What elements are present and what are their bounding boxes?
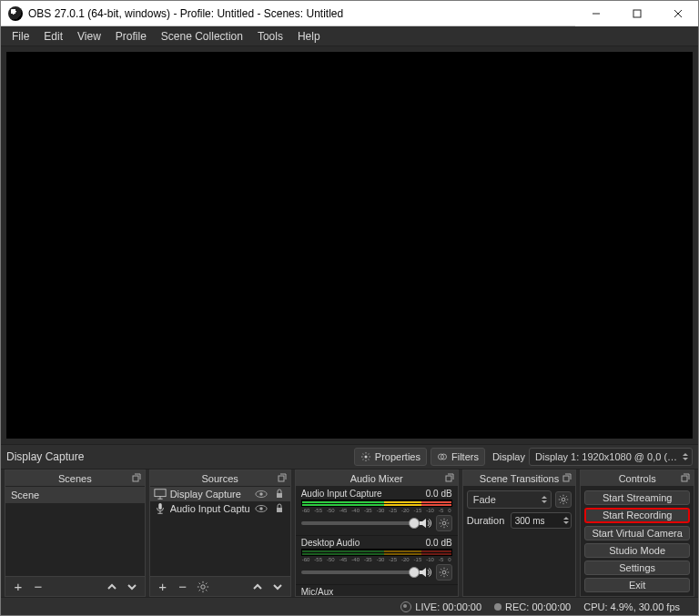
- sources-title-text: Sources: [201, 473, 238, 484]
- scene-item[interactable]: Scene: [5, 487, 145, 503]
- controls-title-text: Controls: [619, 473, 656, 484]
- audio-mixer-panel: Audio Mixer Audio Input Capture 0.0 dB -…: [295, 470, 459, 597]
- sources-footer: + −: [150, 576, 290, 596]
- preview-canvas[interactable]: [6, 52, 693, 439]
- channel-settings-button[interactable]: [436, 515, 452, 531]
- source-down-button[interactable]: [268, 579, 287, 595]
- menu-view[interactable]: View: [70, 28, 108, 45]
- menu-help[interactable]: Help: [290, 28, 328, 45]
- scenes-footer: + −: [5, 576, 145, 596]
- scenes-title-text: Scenes: [58, 473, 92, 484]
- vu-meter: [301, 500, 452, 507]
- svg-rect-7: [133, 476, 138, 481]
- rec-text: REC: 00:00:00: [505, 601, 571, 612]
- filters-button[interactable]: Filters: [431, 448, 485, 466]
- svg-rect-22: [446, 476, 451, 481]
- svg-rect-27: [682, 476, 687, 481]
- source-item[interactable]: Audio Input Captu: [150, 501, 290, 516]
- svg-point-23: [442, 521, 446, 525]
- svg-rect-15: [158, 503, 162, 510]
- studio-mode-button[interactable]: Studio Mode: [584, 543, 690, 558]
- controls-body: Start Streaming Start Recording Start Vi…: [581, 487, 694, 596]
- exit-button[interactable]: Exit: [584, 578, 690, 592]
- lock-toggle[interactable]: [272, 503, 287, 514]
- docks-row: Scenes Scene + − Sources: [1, 470, 698, 597]
- transitions-popout-icon[interactable]: [560, 472, 572, 485]
- properties-button[interactable]: Properties: [354, 448, 427, 466]
- start-streaming-button[interactable]: Start Streaming: [584, 490, 690, 505]
- transition-select[interactable]: Fade: [467, 490, 552, 509]
- mixer-channel: Audio Input Capture 0.0 dB -60-55-50-45-…: [296, 487, 458, 536]
- channel-settings-button[interactable]: [436, 564, 452, 581]
- scene-up-button[interactable]: [103, 579, 121, 595]
- duration-value: 300 ms: [515, 516, 561, 526]
- spin-icon: [542, 496, 547, 503]
- app-window: OBS 27.0.1 (64-bit, windows) - Profile: …: [0, 0, 699, 616]
- mixer-body: Audio Input Capture 0.0 dB -60-55-50-45-…: [296, 487, 458, 596]
- close-button[interactable]: [657, 1, 698, 26]
- source-name: Display Capture: [170, 489, 250, 500]
- menu-scene-collection[interactable]: Scene Collection: [154, 28, 250, 45]
- transition-settings-button[interactable]: [555, 491, 572, 508]
- mic-icon: [154, 502, 167, 515]
- visibility-toggle[interactable]: [254, 502, 268, 515]
- mixer-channel: Desktop Audio 0.0 dB -60-55-50-45-40-35-…: [296, 536, 458, 585]
- lock-toggle[interactable]: [272, 489, 287, 500]
- svg-point-26: [562, 498, 565, 501]
- duration-input[interactable]: 300 ms: [511, 512, 572, 529]
- display-select[interactable]: Display 1: 1920x1080 @ 0,0 (Prima: [529, 448, 693, 466]
- svg-rect-25: [563, 476, 569, 481]
- selected-source-label: Display Capture: [6, 450, 84, 463]
- monitor-icon: [154, 488, 167, 500]
- visibility-toggle[interactable]: [254, 488, 268, 500]
- add-scene-button[interactable]: +: [9, 579, 27, 595]
- speaker-icon[interactable]: [418, 565, 432, 580]
- sources-panel: Sources Display Capture Audio Input Capt…: [149, 470, 291, 597]
- display-select-value: Display 1: 1920x1080 @ 0,0 (Prima: [535, 451, 679, 462]
- transitions-body: Fade Duration 300 ms: [463, 487, 576, 596]
- speaker-icon[interactable]: [418, 516, 432, 530]
- maximize-button[interactable]: [616, 1, 657, 26]
- rec-status: REC: 00:00:00: [494, 601, 571, 612]
- record-dot-icon: [494, 603, 501, 611]
- cpu-status: CPU: 4.9%, 30.00 fps: [583, 601, 680, 612]
- remove-source-button[interactable]: −: [174, 579, 192, 595]
- svg-point-13: [259, 492, 263, 496]
- channel-db: 0.0 dB: [426, 489, 452, 499]
- menu-profile[interactable]: Profile: [108, 28, 154, 45]
- add-source-button[interactable]: +: [154, 579, 172, 595]
- menubar: File Edit View Profile Scene Collection …: [1, 26, 698, 46]
- controls-popout-icon[interactable]: [678, 472, 691, 485]
- svg-rect-1: [633, 10, 641, 17]
- transitions-title: Scene Transitions: [463, 470, 576, 487]
- source-settings-button[interactable]: [194, 579, 212, 595]
- duration-label: Duration: [467, 515, 507, 526]
- volume-slider[interactable]: [301, 521, 414, 525]
- mixer-popout-icon[interactable]: [442, 472, 455, 485]
- svg-point-24: [442, 571, 446, 574]
- scenes-popout-icon[interactable]: [129, 472, 142, 485]
- svg-rect-9: [155, 490, 166, 497]
- remove-scene-button[interactable]: −: [29, 579, 47, 595]
- controls-panel: Controls Start Streaming Start Recording…: [580, 470, 694, 597]
- menu-tools[interactable]: Tools: [250, 28, 290, 45]
- menu-edit[interactable]: Edit: [36, 28, 70, 45]
- sources-popout-icon[interactable]: [275, 472, 288, 485]
- start-virtual-camera-button[interactable]: Start Virtual Camera: [584, 526, 690, 540]
- settings-button[interactable]: Settings: [584, 560, 690, 575]
- mixer-channel: Mic/Aux: [296, 585, 458, 596]
- window-title: OBS 27.0.1 (64-bit, windows) - Profile: …: [28, 7, 575, 20]
- source-up-button[interactable]: [248, 579, 267, 595]
- window-titlebar: OBS 27.0.1 (64-bit, windows) - Profile: …: [1, 1, 698, 26]
- spin-icon: [683, 453, 688, 460]
- menu-file[interactable]: File: [5, 28, 36, 45]
- sources-list: Display Capture Audio Input Captu: [150, 487, 290, 576]
- start-recording-button[interactable]: Start Recording: [584, 508, 690, 523]
- volume-slider[interactable]: [301, 571, 414, 574]
- svg-rect-14: [277, 493, 282, 498]
- source-item[interactable]: Display Capture: [150, 487, 290, 501]
- scene-down-button[interactable]: [123, 579, 141, 595]
- minimize-button[interactable]: [575, 1, 616, 26]
- live-status: LIVE: 00:00:00: [400, 601, 481, 612]
- live-text: LIVE: 00:00:00: [415, 601, 481, 612]
